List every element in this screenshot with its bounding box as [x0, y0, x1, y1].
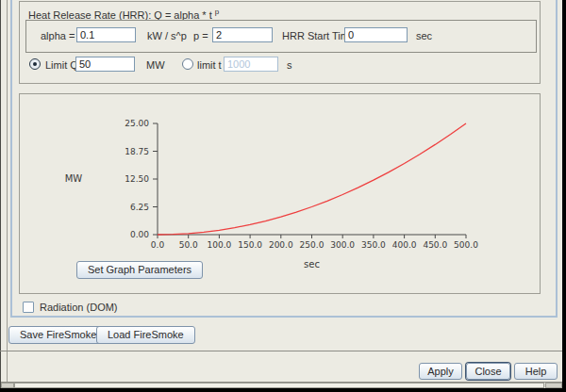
- y-tick-label: 0.00: [130, 230, 149, 239]
- apply-button[interactable]: Apply: [419, 363, 462, 380]
- limit-t-input[interactable]: [224, 57, 278, 72]
- hrr-start-time-input[interactable]: [344, 27, 408, 42]
- y-tick-label: 25.00: [125, 119, 149, 128]
- x-axis-title: sec: [304, 259, 320, 270]
- y-tick-label: 6.25: [130, 203, 149, 212]
- x-tick-label: 250.0: [300, 240, 325, 250]
- x-tick-label: 450.0: [423, 240, 447, 250]
- y-tick-label: 12.50: [125, 174, 149, 184]
- p-label: p =: [193, 30, 208, 42]
- footer-separator: [0, 351, 562, 351]
- x-tick-label: 100.0: [208, 240, 232, 250]
- alpha-units-label: kW / s^p: [147, 30, 187, 42]
- hrr-parameters-panel: alpha = kW / s^p p = HRR Start Time sec: [25, 20, 537, 53]
- hrr-title-text: Heat Release Rate (HRR): Q = alpha * t: [28, 9, 215, 21]
- limit-q-label: Limit Q: [45, 59, 78, 72]
- alpha-input[interactable]: [76, 27, 136, 42]
- limit-t-label: limit t: [197, 59, 222, 72]
- limit-q-input[interactable]: [75, 57, 135, 72]
- y-tick-label: 18.75: [125, 147, 149, 156]
- firesmoke-panel: Heat Release Rate (HRR): Q = alpha * t p…: [0, 0, 562, 388]
- alpha-label: alpha =: [41, 30, 75, 42]
- x-tick-label: 200.0: [269, 240, 293, 250]
- scrollbar-thumb[interactable]: [14, 383, 544, 388]
- limit-q-units-label: MW: [146, 59, 165, 72]
- x-tick-label: 50.0: [179, 240, 198, 250]
- hrr-graph-panel: 0.050.0100.0150.0200.0250.0300.0350.0400…: [19, 93, 541, 294]
- p-input[interactable]: [212, 27, 273, 42]
- hrr-start-time-units-label: sec: [416, 30, 432, 42]
- limit-t-radio[interactable]: [182, 58, 193, 70]
- save-firesmoke-button[interactable]: Save FireSmoke: [8, 326, 108, 344]
- radiation-dom-checkbox[interactable]: [23, 302, 34, 313]
- help-button[interactable]: Help: [514, 363, 558, 380]
- horizontal-scrollbar[interactable]: [1, 382, 562, 388]
- load-firesmoke-button[interactable]: Load FireSmoke: [96, 326, 195, 344]
- scrollbar-left-button[interactable]: [1, 383, 14, 388]
- close-button[interactable]: Close: [466, 363, 510, 380]
- x-tick-label: 150.0: [238, 240, 262, 250]
- limit-q-radio[interactable]: [29, 58, 41, 70]
- hrr-curve: [158, 123, 466, 235]
- x-tick-label: 300.0: [330, 240, 355, 250]
- x-tick-label: 350.0: [361, 240, 386, 250]
- x-tick-label: 500.0: [454, 240, 478, 250]
- window-left-edge: [0, 0, 1, 388]
- limit-t-units-label: s: [287, 59, 292, 72]
- x-tick-label: 400.0: [392, 240, 417, 250]
- panel-divider-line: [7, 0, 8, 382]
- y-axis-title: MW: [65, 173, 83, 184]
- x-tick-label: 0.0: [151, 240, 165, 250]
- hrr-title-exponent: p: [215, 8, 219, 16]
- radiation-dom-label: Radiation (DOM): [40, 302, 118, 314]
- scrollbar-right-button[interactable]: [545, 383, 562, 388]
- set-graph-parameters-button[interactable]: Set Graph Parameters: [76, 261, 203, 279]
